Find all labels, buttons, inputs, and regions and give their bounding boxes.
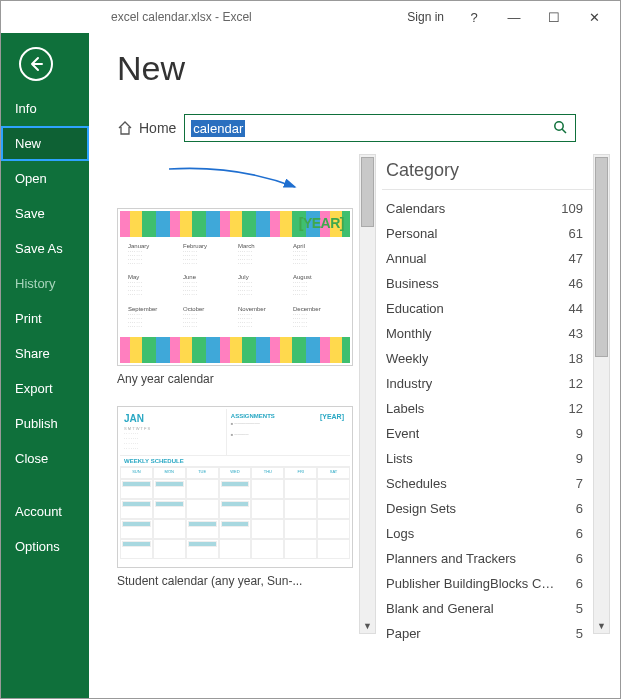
category-item[interactable]: Calendars109	[382, 196, 593, 221]
category-name: Annual	[386, 251, 426, 266]
category-name: Lists	[386, 451, 413, 466]
year-placeholder: [YEAR]	[299, 215, 344, 231]
sidebar-item-history: History	[1, 266, 89, 301]
category-item[interactable]: Blank and General5	[382, 596, 593, 621]
category-count: 109	[561, 201, 583, 216]
template-any-year-calendar[interactable]: [YEAR] January··························…	[117, 208, 353, 366]
category-name: Business	[386, 276, 439, 291]
category-name: Education	[386, 301, 444, 316]
sidebar-item-new[interactable]: New	[1, 126, 89, 161]
category-item[interactable]: Schedules7	[382, 471, 593, 496]
category-name: Paper	[386, 626, 421, 641]
category-name: Publisher BuildingBlocks Ca...	[386, 576, 556, 591]
search-box[interactable]: calendar	[184, 114, 576, 142]
category-name: Weekly	[386, 351, 428, 366]
sidebar-item-info[interactable]: Info	[1, 91, 89, 126]
sidebar-item-account[interactable]: Account	[1, 494, 89, 529]
search-input[interactable]: calendar	[191, 120, 245, 137]
category-name: Schedules	[386, 476, 447, 491]
back-button[interactable]	[19, 47, 53, 81]
template-label: Any year calendar	[117, 372, 353, 386]
sidebar-item-save-as[interactable]: Save As	[1, 231, 89, 266]
category-panel: Category Calendars109Personal61Annual47B…	[382, 154, 593, 654]
category-title: Category	[382, 154, 593, 190]
backstage-sidebar: Info New Open Save Save As History Print…	[1, 33, 89, 698]
sidebar-item-open[interactable]: Open	[1, 161, 89, 196]
category-count: 5	[576, 601, 583, 616]
category-item[interactable]: Business46	[382, 271, 593, 296]
templates-scrollbar[interactable]: ▲ ▼	[359, 154, 376, 634]
category-count: 6	[576, 501, 583, 516]
search-icon	[553, 120, 567, 134]
category-item[interactable]: Publisher BuildingBlocks Ca...6	[382, 571, 593, 596]
title-bar: excel calendar.xlsx - Excel Sign in ? — …	[1, 1, 620, 33]
category-item[interactable]: Logs6	[382, 521, 593, 546]
scroll-thumb[interactable]	[361, 157, 374, 227]
svg-point-0	[555, 121, 563, 129]
category-name: Calendars	[386, 201, 445, 216]
search-button[interactable]	[551, 120, 569, 137]
category-count: 6	[576, 526, 583, 541]
content-area: New Home calendar [YEAR] Jan	[89, 33, 620, 698]
category-count: 9	[576, 426, 583, 441]
category-item[interactable]: Planners and Trackers6	[382, 546, 593, 571]
category-item[interactable]: Personal61	[382, 221, 593, 246]
category-item[interactable]: Event9	[382, 421, 593, 446]
category-count: 12	[569, 401, 583, 416]
category-count: 47	[569, 251, 583, 266]
sidebar-item-options[interactable]: Options	[1, 529, 89, 564]
category-count: 61	[569, 226, 583, 241]
template-thumbnail: [YEAR] January··························…	[120, 211, 350, 363]
maximize-button[interactable]: ☐	[534, 10, 574, 25]
category-count: 6	[576, 551, 583, 566]
category-count: 43	[569, 326, 583, 341]
category-name: Logs	[386, 526, 414, 541]
category-name: Planners and Trackers	[386, 551, 516, 566]
category-item[interactable]: Industry12	[382, 371, 593, 396]
category-count: 7	[576, 476, 583, 491]
category-name: Personal	[386, 226, 437, 241]
breadcrumb-home[interactable]: Home	[117, 120, 176, 136]
page-title: New	[117, 49, 610, 88]
category-item[interactable]: Paper5	[382, 621, 593, 646]
category-count: 6	[576, 576, 583, 591]
category-item[interactable]: Annual47	[382, 246, 593, 271]
category-item[interactable]: Weekly18	[382, 346, 593, 371]
sidebar-item-close[interactable]: Close	[1, 441, 89, 476]
template-student-calendar[interactable]: [YEAR] JAN S M T W T F S· · · · · · ·· ·…	[117, 406, 353, 568]
sidebar-item-publish[interactable]: Publish	[1, 406, 89, 441]
sidebar-item-print[interactable]: Print	[1, 301, 89, 336]
category-item[interactable]: Education44	[382, 296, 593, 321]
category-name: Monthly	[386, 326, 432, 341]
minimize-button[interactable]: —	[494, 10, 534, 25]
category-name: Blank and General	[386, 601, 494, 616]
back-arrow-icon	[27, 55, 45, 73]
scroll-down-icon[interactable]: ▼	[360, 619, 375, 633]
scroll-thumb[interactable]	[595, 157, 608, 357]
help-button[interactable]: ?	[454, 10, 494, 25]
category-count: 5	[576, 626, 583, 641]
home-icon	[117, 120, 133, 136]
category-item[interactable]: Monthly43	[382, 321, 593, 346]
sidebar-item-export[interactable]: Export	[1, 371, 89, 406]
scroll-down-icon[interactable]: ▼	[594, 619, 609, 633]
template-thumbnail: [YEAR] JAN S M T W T F S· · · · · · ·· ·…	[120, 409, 350, 565]
sidebar-item-save[interactable]: Save	[1, 196, 89, 231]
category-name: Labels	[386, 401, 424, 416]
category-scrollbar[interactable]: ▲ ▼	[593, 154, 610, 634]
category-count: 46	[569, 276, 583, 291]
window-title: excel calendar.xlsx - Excel	[111, 10, 252, 24]
sidebar-item-share[interactable]: Share	[1, 336, 89, 371]
sign-in-link[interactable]: Sign in	[407, 10, 444, 24]
category-item[interactable]: Labels12	[382, 396, 593, 421]
category-name: Event	[386, 426, 419, 441]
category-name: Industry	[386, 376, 432, 391]
category-count: 44	[569, 301, 583, 316]
template-label: Student calendar (any year, Sun-...	[117, 574, 353, 588]
category-count: 18	[569, 351, 583, 366]
category-item[interactable]: Lists9	[382, 446, 593, 471]
category-name: Design Sets	[386, 501, 456, 516]
category-item[interactable]: Design Sets6	[382, 496, 593, 521]
close-button[interactable]: ✕	[574, 10, 614, 25]
svg-line-1	[563, 129, 567, 133]
